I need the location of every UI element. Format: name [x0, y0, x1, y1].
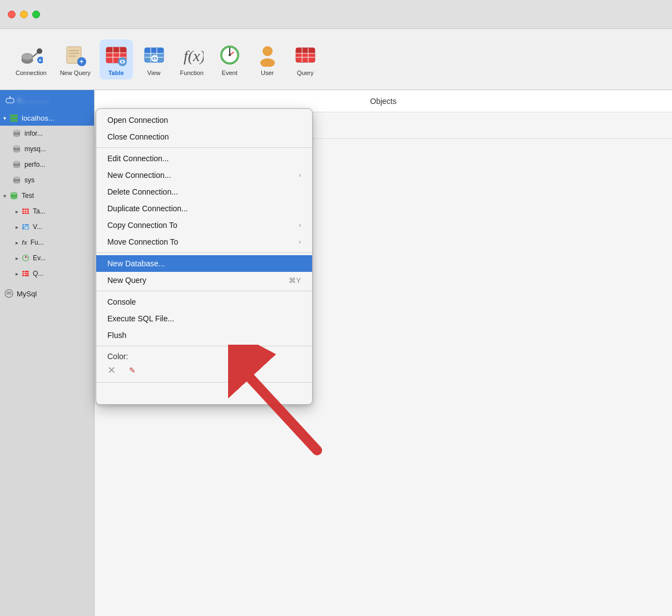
- functions-fx-icon: fx: [22, 239, 27, 246]
- close-button[interactable]: [8, 11, 16, 18]
- sidebar-connection-bar[interactable]: c... ... ... ...: [0, 90, 94, 110]
- menu-flush[interactable]: Flush: [96, 327, 312, 344]
- toolbar-query[interactable]: Query: [289, 39, 322, 80]
- svg-point-67: [13, 177, 20, 180]
- sidebar-item-performance[interactable]: perfo...: [0, 157, 94, 172]
- tables-chevron-icon: ▸: [16, 208, 18, 215]
- svg-rect-89: [7, 292, 11, 293]
- toolbar-view[interactable]: View: [137, 39, 171, 80]
- menu-new-query[interactable]: New Query ⌘Y: [96, 272, 312, 289]
- menu-sep-4: [96, 346, 312, 346]
- svg-point-63: [13, 161, 20, 164]
- sidebar-item-events-sub[interactable]: ▸ Ev...: [0, 250, 94, 266]
- color-none-button[interactable]: ✕: [107, 364, 116, 376]
- toolbar-event[interactable]: Event: [213, 39, 246, 80]
- menu-execute-sql[interactable]: Execute SQL File...: [96, 310, 312, 327]
- color-edit-icon[interactable]: ✎: [129, 366, 136, 375]
- fullscreen-button[interactable]: [32, 11, 40, 18]
- svg-rect-51: [10, 120, 18, 122]
- sidebar-item-sys[interactable]: sys: [0, 172, 94, 188]
- new-connection-arrow-icon: ›: [299, 171, 301, 179]
- db-icon-4: [12, 176, 21, 185]
- table-label: Table: [108, 69, 124, 76]
- context-menu: Open Connection Close Connection Edit Co…: [96, 108, 313, 405]
- menu-delete-connection[interactable]: Delete Connection...: [96, 183, 312, 200]
- test-chevron-icon: ▾: [3, 193, 6, 199]
- sidebar-item-information[interactable]: infor...: [0, 126, 94, 141]
- menu-open-connection[interactable]: Open Connection: [96, 112, 312, 128]
- objects-title: Objects: [370, 97, 396, 106]
- connection-small-icon: [6, 96, 14, 105]
- query-icon: [293, 43, 318, 67]
- test-db-icon: [9, 191, 18, 200]
- chevron-down-icon: ▾: [3, 115, 6, 121]
- db-icon: [12, 129, 21, 138]
- queries-chevron-icon: ▸: [16, 271, 18, 277]
- toolbar-user[interactable]: User: [251, 39, 284, 80]
- queries-sub-label: Q...: [33, 270, 43, 277]
- db-icon-2: [12, 145, 21, 153]
- menu-copy-connection-to[interactable]: Copy Connection To ›: [96, 217, 312, 234]
- events-sub-label: Ev...: [33, 254, 46, 262]
- menu-edit-connection[interactable]: Edit Connection...: [96, 150, 312, 167]
- svg-rect-90: [6, 294, 12, 295]
- toolbar-function[interactable]: f(x) Function: [175, 39, 209, 80]
- user-icon: [255, 43, 280, 67]
- toolbar-new-query[interactable]: + New Query: [56, 39, 95, 80]
- function-icon: f(x): [180, 43, 204, 67]
- menu-sep-2: [96, 252, 312, 253]
- traffic-lights: [8, 11, 40, 18]
- menu-duplicate-connection[interactable]: Duplicate Connection...: [96, 200, 312, 217]
- menu-refresh[interactable]: [96, 385, 312, 401]
- view-icon: [142, 43, 166, 67]
- menu-sep-3: [96, 291, 312, 291]
- svg-point-70: [11, 197, 17, 200]
- svg-point-5: [37, 48, 42, 54]
- menu-color-section: Color: ✕ ✎: [96, 349, 312, 380]
- sidebar-item-mysql[interactable]: mysq...: [0, 141, 94, 157]
- sidebar-item-queries-sub[interactable]: ▸ Q...: [0, 266, 94, 281]
- svg-point-3: [22, 53, 33, 60]
- sidebar-item-functions-sub[interactable]: ▸ fx Fu...: [0, 235, 94, 250]
- menu-new-connection[interactable]: New Connection... ›: [96, 167, 312, 183]
- svg-rect-42: [296, 48, 315, 53]
- new-query-icon: +: [63, 43, 87, 67]
- svg-rect-49: [10, 115, 18, 117]
- test-label: Test: [22, 192, 34, 200]
- move-connection-arrow-icon: ›: [299, 238, 301, 246]
- color-options: ✕ ✎: [107, 364, 301, 376]
- toolbar-table[interactable]: Table: [100, 39, 133, 80]
- copy-connection-arrow-icon: ›: [299, 221, 301, 229]
- events-sub-icon: [22, 254, 29, 262]
- sidebar-item-tables-sub[interactable]: ▸ Ta...: [0, 203, 94, 219]
- sidebar-item-views-sub[interactable]: ▸ V...: [0, 219, 94, 235]
- tables-sub-icon: [22, 207, 29, 215]
- localhost-label: localhos...: [22, 114, 55, 122]
- sidebar-item-localhost[interactable]: ▾ localhos...: [0, 110, 94, 126]
- menu-sep-5: [96, 382, 312, 382]
- toolbar-connection[interactable]: + Connection: [11, 39, 51, 80]
- new-query-shortcut: ⌘Y: [289, 276, 301, 285]
- svg-point-23: [121, 61, 123, 63]
- perfo-label: perfo...: [24, 161, 45, 168]
- svg-point-58: [13, 150, 20, 153]
- svg-rect-50: [10, 117, 18, 120]
- svg-text:f(x): f(x): [184, 47, 204, 64]
- svg-point-39: [263, 46, 273, 56]
- minimize-button[interactable]: [20, 11, 28, 18]
- color-label: Color:: [107, 352, 301, 361]
- svg-rect-77: [22, 224, 29, 230]
- sidebar-item-test[interactable]: ▾ Test: [0, 188, 94, 203]
- views-sub-label: V...: [33, 223, 42, 231]
- connection-icon: +: [19, 43, 43, 67]
- menu-close-connection[interactable]: Close Connection: [96, 128, 312, 145]
- svg-point-62: [13, 166, 20, 168]
- menu-console[interactable]: Console: [96, 294, 312, 310]
- queries-sub-icon: [22, 270, 29, 277]
- menu-new-database[interactable]: New Database...: [96, 255, 312, 272]
- mysql-label: mysq...: [24, 145, 46, 153]
- sidebar-item-mysql2[interactable]: MySql: [0, 286, 94, 301]
- event-label: Event: [222, 69, 238, 76]
- menu-move-connection-to[interactable]: Move Connection To ›: [96, 234, 312, 250]
- views-sub-icon: [22, 223, 29, 231]
